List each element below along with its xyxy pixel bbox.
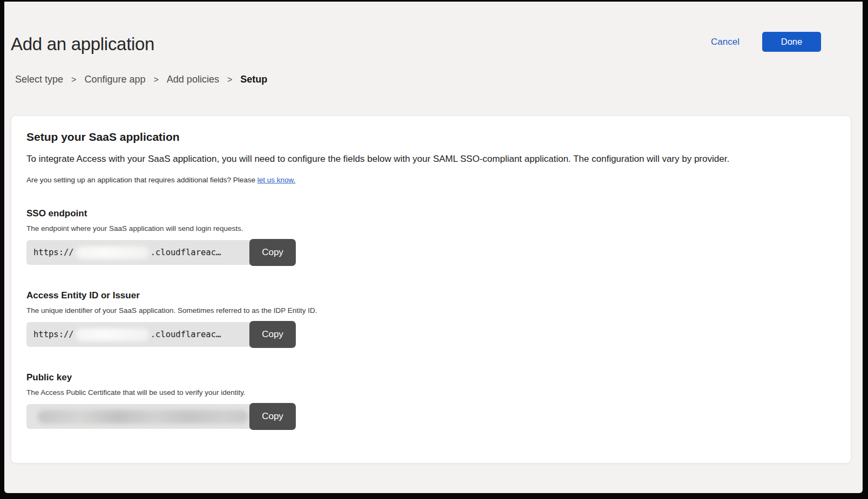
value-suffix: .cloudflareac… <box>151 248 221 257</box>
cancel-button[interactable]: Cancel <box>711 37 740 47</box>
let-us-know-link[interactable]: let us know. <box>257 176 296 184</box>
field-label: Public key <box>26 372 836 383</box>
breadcrumb-separator: > <box>71 75 76 85</box>
field-description: The Access Public Certificate that will … <box>26 388 836 397</box>
field-label: SSO endpoint <box>26 208 836 219</box>
setup-card: Setup your SaaS application To integrate… <box>11 115 851 463</box>
header-actions: Cancel Done <box>711 32 821 52</box>
page: Add an application Cancel Done Select ty… <box>4 2 863 493</box>
field-label: Access Entity ID or Issuer <box>26 290 836 301</box>
note-prefix: Are you setting up an application that r… <box>26 176 257 184</box>
card-intro-text: To integrate Access with your SaaS appli… <box>26 154 836 165</box>
copy-button[interactable]: Copy <box>249 403 296 430</box>
breadcrumb-separator: > <box>227 75 232 85</box>
value-suffix: .cloudflareac… <box>151 330 221 339</box>
copy-button[interactable]: Copy <box>249 239 296 266</box>
field-description: The unique identifier of your SaaS appli… <box>26 306 836 315</box>
breadcrumb-step-select-type[interactable]: Select type <box>15 74 63 85</box>
value-prefix: https:// <box>33 248 74 257</box>
redacted-value-blur <box>76 247 149 259</box>
page-header: Add an application Cancel Done <box>4 2 863 54</box>
breadcrumb: Select type > Configure app > Add polici… <box>15 74 863 85</box>
card-note-text: Are you setting up an application that r… <box>26 176 836 184</box>
card-heading: Setup your SaaS application <box>26 131 836 143</box>
copy-button[interactable]: Copy <box>249 321 296 348</box>
field-description: The endpoint where your SaaS application… <box>26 224 836 233</box>
breadcrumb-separator: > <box>154 75 159 85</box>
field-row: Copy <box>26 403 836 430</box>
redacted-value-blur <box>76 329 149 341</box>
sso-endpoint-section: SSO endpoint The endpoint where your Saa… <box>26 208 836 266</box>
done-button[interactable]: Done <box>762 32 821 52</box>
breadcrumb-step-configure-app[interactable]: Configure app <box>84 74 145 85</box>
sso-endpoint-value: https:// .cloudflareac… <box>26 240 253 265</box>
value-prefix: https:// <box>33 330 74 339</box>
public-key-section: Public key The Access Public Certificate… <box>26 372 836 430</box>
breadcrumb-step-setup: Setup <box>240 74 267 85</box>
field-row: https:// .cloudflareac… Copy <box>26 321 836 348</box>
entity-id-section: Access Entity ID or Issuer The unique id… <box>26 290 836 348</box>
redacted-value-blur <box>38 410 248 423</box>
public-key-value <box>26 404 253 429</box>
field-row: https:// .cloudflareac… Copy <box>26 239 836 266</box>
entity-id-value: https:// .cloudflareac… <box>26 322 253 347</box>
breadcrumb-step-add-policies[interactable]: Add policies <box>167 74 219 85</box>
